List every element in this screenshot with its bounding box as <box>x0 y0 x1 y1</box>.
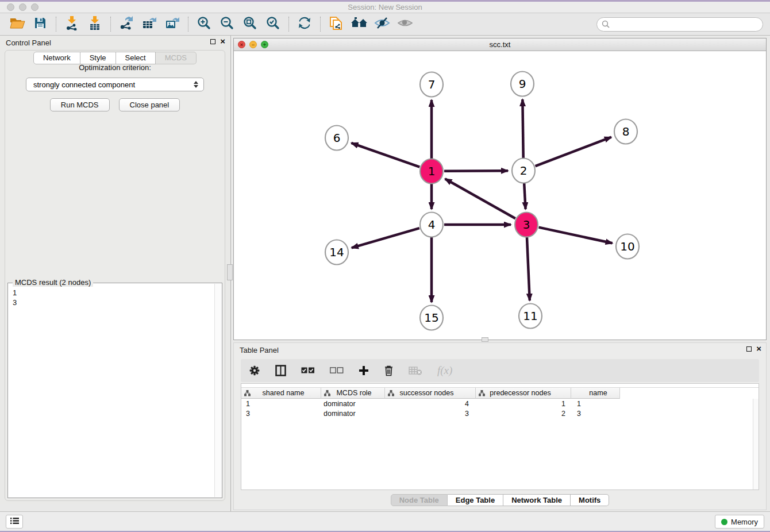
graph-edge-3-10[interactable] <box>539 228 613 244</box>
table-cell[interactable]: 4 <box>385 400 476 408</box>
first-neighbors-button[interactable] <box>348 15 371 33</box>
add-column-icon[interactable] <box>359 365 369 376</box>
graph-edge-4-14[interactable] <box>352 228 419 248</box>
graph-node-11[interactable]: 11 <box>519 304 542 329</box>
table-tab-motifs[interactable]: Motifs <box>571 494 609 506</box>
table-cell[interactable]: dominator <box>321 400 385 408</box>
column-header-predecessor-nodes[interactable]: predecessor nodes <box>476 388 571 399</box>
table-row[interactable]: 1dominator411 <box>241 399 759 408</box>
column-header-name[interactable]: name <box>571 388 620 399</box>
graph-edge-2-9[interactable] <box>522 99 523 158</box>
main-toolbar <box>0 13 770 36</box>
close-panel-button[interactable]: Close panel <box>119 98 180 111</box>
column-header-successor-nodes[interactable]: successor nodes <box>385 388 476 399</box>
tab-select[interactable]: Select <box>116 52 156 64</box>
zoom-selected-button[interactable] <box>261 15 284 33</box>
save-session-button[interactable] <box>29 15 52 33</box>
export-network-button[interactable] <box>115 15 138 33</box>
graph-node-3[interactable]: 3 <box>515 213 538 237</box>
show-all-button[interactable] <box>394 15 417 33</box>
toolbar-separator <box>188 17 188 32</box>
zoom-out-icon <box>220 16 234 32</box>
node-table: shared nameMCDS rolesuccessor nodesprede… <box>241 383 759 490</box>
delete-table-icon <box>409 366 422 376</box>
graph-node-8[interactable]: 8 <box>614 119 637 144</box>
table-cell[interactable]: 3 <box>571 410 620 418</box>
refresh-view-button[interactable] <box>293 15 316 33</box>
graph-node-15[interactable]: 15 <box>420 306 443 330</box>
table-cell[interactable]: 3 <box>385 410 476 418</box>
zoom-out-button[interactable] <box>215 15 238 33</box>
table-tab-edge-table[interactable]: Edge Table <box>448 494 503 506</box>
horizontal-splitter-handle[interactable] <box>482 337 488 342</box>
graph-node-10[interactable]: 10 <box>616 234 639 259</box>
graph-node-14[interactable]: 14 <box>325 240 348 265</box>
table-cell[interactable]: 2 <box>476 410 571 418</box>
graph-edge-2-3[interactable] <box>524 183 525 209</box>
tab-style[interactable]: Style <box>80 52 116 64</box>
close-table-panel-icon[interactable]: × <box>756 345 761 352</box>
hide-selected-button[interactable] <box>371 15 394 33</box>
export-image-button[interactable] <box>161 15 184 33</box>
graph-edge-2-8[interactable] <box>536 137 611 167</box>
status-bar: Memory <box>0 511 770 531</box>
graph-node-4[interactable]: 4 <box>420 213 443 237</box>
network-window-titlebar[interactable]: × − + scc.txt <box>234 38 766 51</box>
tab-mcds[interactable]: MCDS <box>156 52 197 64</box>
import-table-button[interactable] <box>83 15 106 33</box>
column-header-mcds-role[interactable]: MCDS role <box>321 388 385 399</box>
table-cell[interactable]: 3 <box>241 410 321 418</box>
table-tab-network-table[interactable]: Network Table <box>503 494 571 506</box>
table-cell[interactable]: 1 <box>241 400 321 408</box>
table-cell[interactable]: 1 <box>571 400 620 408</box>
criterion-dropdown[interactable]: strongly connected component <box>26 78 204 91</box>
result-scrollbar[interactable] <box>214 284 221 497</box>
list-icon <box>10 516 19 527</box>
table-scrollbar[interactable] <box>753 399 759 489</box>
graph-edge-1-2[interactable] <box>444 171 508 171</box>
zoom-in-button[interactable] <box>192 15 215 33</box>
task-history-button[interactable] <box>6 515 23 529</box>
delete-columns-trash-icon[interactable] <box>384 365 394 376</box>
select-all-columns-icon[interactable] <box>301 367 315 374</box>
graph-node-9[interactable]: 9 <box>511 72 534 97</box>
export-table-button[interactable] <box>138 15 161 33</box>
unselect-all-columns-icon[interactable] <box>330 367 344 374</box>
vertical-splitter-handle[interactable] <box>227 264 233 280</box>
column-label: predecessor nodes <box>490 389 550 397</box>
table-cell[interactable]: 1 <box>476 400 571 408</box>
column-label: successor nodes <box>400 389 454 397</box>
close-panel-icon[interactable]: × <box>220 38 225 45</box>
table-tab-node-table[interactable]: Node Table <box>391 494 448 506</box>
network-graph[interactable]: 7968124314101511 <box>234 51 766 340</box>
graph-edge-3-1[interactable] <box>445 179 515 218</box>
run-mcds-button[interactable]: Run MCDS <box>50 98 110 111</box>
memory-button[interactable]: Memory <box>715 515 764 529</box>
graph-node-2[interactable]: 2 <box>512 159 535 183</box>
float-panel-icon[interactable] <box>210 39 215 44</box>
network-canvas[interactable]: 7968124314101511 <box>234 51 766 340</box>
graph-edge-1-6[interactable] <box>351 143 419 167</box>
open-session-button[interactable] <box>6 15 29 33</box>
table-cell[interactable]: dominator <box>321 410 385 418</box>
graph-node-1[interactable]: 1 <box>420 159 443 184</box>
import-network-button[interactable] <box>60 15 83 33</box>
show-column-panel-icon[interactable] <box>275 365 286 376</box>
graph-edge-3-11[interactable] <box>527 237 530 300</box>
graph-node-label: 9 <box>519 77 526 91</box>
graph-node-label: 14 <box>329 245 344 259</box>
table-row[interactable]: 3dominator323 <box>241 408 759 418</box>
graph-node-7[interactable]: 7 <box>420 72 443 97</box>
save-floppy-icon <box>34 17 47 32</box>
search-input[interactable] <box>596 17 763 32</box>
zoom-fit-button[interactable] <box>238 15 261 33</box>
column-header-shared-name[interactable]: shared name <box>241 388 321 399</box>
float-table-panel-icon[interactable] <box>746 346 752 352</box>
table-options-gear-icon[interactable] <box>249 365 260 376</box>
graph-node-6[interactable]: 6 <box>325 126 348 151</box>
graph-node-label: 7 <box>428 78 436 91</box>
tab-network[interactable]: Network <box>33 52 80 64</box>
create-network-from-selection-button[interactable] <box>325 15 348 33</box>
criterion-value: strongly connected component <box>33 80 192 89</box>
column-label: shared name <box>263 389 305 397</box>
